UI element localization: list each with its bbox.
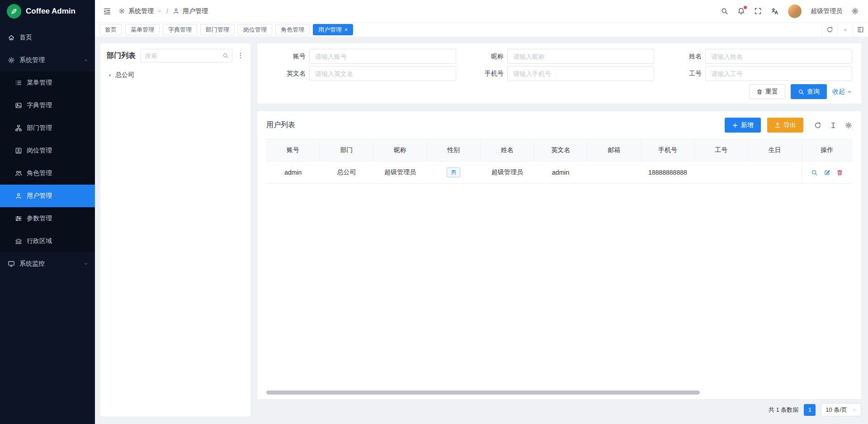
search-icon[interactable] xyxy=(721,7,728,15)
delete-icon[interactable] xyxy=(836,169,843,176)
department-panel: 部门列表 总公司 xyxy=(100,43,250,416)
export-button[interactable]: 导出 xyxy=(767,118,803,133)
gender-tag: 男 xyxy=(447,167,460,177)
collapse-sidebar-icon[interactable] xyxy=(103,7,111,15)
username[interactable]: 超级管理员 xyxy=(811,7,842,15)
cell-english-name: admin xyxy=(534,162,587,184)
app-logo[interactable]: Coffee Admin xyxy=(0,0,95,23)
cell-nickname: 超级管理员 xyxy=(373,162,427,184)
page-size-select[interactable]: 10 条/页 xyxy=(821,403,861,416)
export-icon xyxy=(774,122,781,129)
plus-icon xyxy=(732,122,738,129)
tab-role-management[interactable]: 角色管理 xyxy=(275,24,310,35)
column-settings-gear-icon[interactable] xyxy=(845,122,852,129)
cell-gender: 男 xyxy=(427,162,480,184)
sidebar-item-label: 角色管理 xyxy=(27,169,89,177)
tab-user-management[interactable]: 用户管理 × xyxy=(313,24,353,35)
field-nickname: 昵称 xyxy=(464,49,654,64)
tab-department-management[interactable]: 部门管理 xyxy=(200,24,235,35)
tree-item-head-office[interactable]: 总公司 xyxy=(107,68,244,82)
cell-birthday xyxy=(748,162,802,184)
settings-gear-icon[interactable] xyxy=(851,7,859,15)
chevron-down-icon xyxy=(157,9,162,14)
phone-input[interactable] xyxy=(507,66,654,81)
sidebar-item-dictionary-management[interactable]: 字典管理 xyxy=(0,94,95,117)
tab-menu-management[interactable]: 菜单管理 xyxy=(125,24,160,35)
reset-label: 重置 xyxy=(765,88,778,96)
department-panel-header: 部门列表 xyxy=(107,49,244,62)
nickname-input[interactable] xyxy=(507,49,654,64)
field-account: 账号 xyxy=(266,49,456,64)
field-work-id: 工号 xyxy=(662,66,852,81)
layout-icon[interactable] xyxy=(853,23,868,37)
sidebar-item-system-monitor[interactable]: 系统监控 xyxy=(0,252,95,275)
refresh-icon[interactable] xyxy=(822,23,837,37)
sidebar-item-post-management[interactable]: 岗位管理 xyxy=(0,139,95,162)
department-list-title: 部门列表 xyxy=(107,51,136,61)
filter-actions: 重置 查询 收起 xyxy=(266,84,852,99)
edit-icon[interactable] xyxy=(824,169,830,176)
sidebar-item-label: 岗位管理 xyxy=(27,147,89,155)
sidebar-item-menu-management[interactable]: 菜单管理 xyxy=(0,71,95,94)
sidebar-item-home[interactable]: 首页 xyxy=(0,26,95,49)
search-form: 账号 昵称 姓名 英文名 xyxy=(266,49,852,81)
sidebar-item-system-management[interactable]: 系统管理 xyxy=(0,49,95,71)
tab-home[interactable]: 首页 xyxy=(99,24,122,35)
sidebar-item-label: 字典管理 xyxy=(27,101,89,110)
reset-button[interactable]: 重置 xyxy=(749,84,785,99)
refresh-icon[interactable] xyxy=(814,122,821,129)
row-density-icon[interactable] xyxy=(830,122,837,129)
monitor-icon xyxy=(8,260,15,267)
translate-icon[interactable] xyxy=(771,7,779,15)
cell-name: 超级管理员 xyxy=(481,162,534,184)
more-options-icon[interactable] xyxy=(237,52,244,59)
close-icon[interactable]: × xyxy=(344,27,348,33)
column-header-gender: 性别 xyxy=(427,139,480,162)
account-input[interactable] xyxy=(309,49,456,64)
user-list-panel: 用户列表 新增 导出 xyxy=(257,111,861,399)
sidebar-item-user-management[interactable]: 用户管理 xyxy=(0,185,95,207)
sidebar-item-department-management[interactable]: 部门管理 xyxy=(0,117,95,139)
sidebar-item-administrative-region[interactable]: 行政区域 xyxy=(0,230,95,252)
column-header-birthday: 生日 xyxy=(748,139,802,162)
sidebar-item-label: 部门管理 xyxy=(27,124,89,132)
caret-right-icon[interactable] xyxy=(108,73,112,77)
horizontal-scrollbar-track xyxy=(266,391,852,395)
sidebar-item-parameter-management[interactable]: 参数管理 xyxy=(0,207,95,230)
page-button-1[interactable]: 1 xyxy=(804,404,816,416)
main-area: 系统管理 / 用户管理 超级管理员 首页 菜单管理 字典管理 部门管理 岗位管理 xyxy=(95,0,868,424)
notification-bell-icon[interactable] xyxy=(737,7,745,15)
fullscreen-icon[interactable] xyxy=(754,7,762,15)
collapse-filter-link[interactable]: 收起 xyxy=(832,88,852,96)
field-name: 姓名 xyxy=(662,49,852,64)
search-button[interactable]: 查询 xyxy=(791,84,827,99)
column-header-nickname: 昵称 xyxy=(373,139,427,162)
column-header-department: 部门 xyxy=(320,139,373,162)
sidebar-item-label: 用户管理 xyxy=(27,192,89,200)
users-icon xyxy=(15,170,22,177)
horizontal-scrollbar-thumb[interactable] xyxy=(266,391,700,395)
tab-bar: 首页 菜单管理 字典管理 部门管理 岗位管理 角色管理 用户管理 × xyxy=(95,23,868,37)
department-search-input[interactable] xyxy=(140,49,232,62)
open-tabs: 首页 菜单管理 字典管理 部门管理 岗位管理 角色管理 用户管理 × xyxy=(99,24,822,35)
avatar[interactable] xyxy=(788,5,802,18)
work-id-input[interactable] xyxy=(705,66,852,81)
add-label: 新增 xyxy=(741,121,754,129)
add-user-button[interactable]: 新增 xyxy=(725,118,761,133)
cell-account: admin xyxy=(266,162,320,184)
tab-dictionary-management[interactable]: 字典管理 xyxy=(163,24,197,35)
chevron-down-icon[interactable] xyxy=(837,23,853,37)
name-input[interactable] xyxy=(705,49,852,64)
sidebar-item-role-management[interactable]: 角色管理 xyxy=(0,162,95,185)
tab-post-management[interactable]: 岗位管理 xyxy=(238,24,272,35)
view-detail-icon[interactable] xyxy=(811,169,818,176)
search-icon xyxy=(798,89,804,95)
page-size-value: 10 条/页 xyxy=(826,406,847,414)
english-name-input[interactable] xyxy=(309,66,456,81)
sidebar-item-label: 首页 xyxy=(19,33,89,42)
chevron-down-icon xyxy=(83,261,89,267)
breadcrumb-separator: / xyxy=(166,8,168,15)
search-icon[interactable] xyxy=(222,52,229,59)
breadcrumb-section[interactable]: 系统管理 xyxy=(128,7,154,15)
header-actions: 超级管理员 xyxy=(721,5,859,18)
